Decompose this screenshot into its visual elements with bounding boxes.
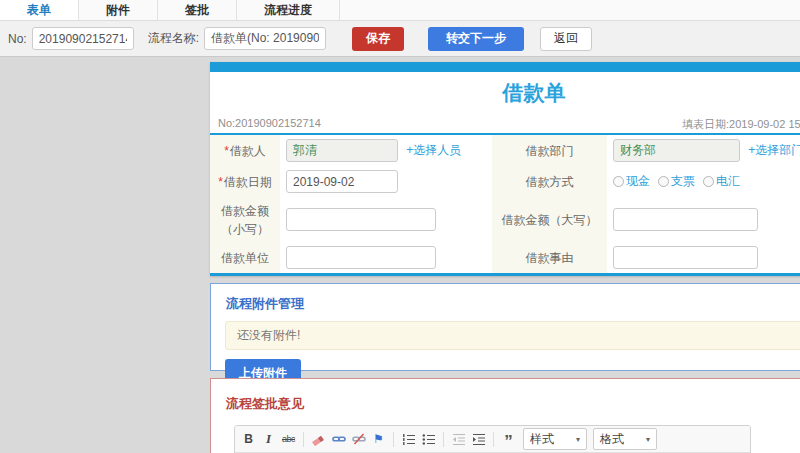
radio-cheque[interactable]: 支票 bbox=[658, 173, 695, 190]
radio-cash-label: 现金 bbox=[626, 173, 650, 190]
back-button[interactable]: 返回 bbox=[540, 27, 592, 51]
table-row: 借款单位 借款事由 bbox=[210, 242, 800, 273]
anchor-flag-icon[interactable]: ⚑ bbox=[370, 429, 387, 449]
attachments-panel: 流程附件管理 还没有附件! 上传附件 bbox=[210, 283, 800, 371]
radio-wire-label: 电汇 bbox=[716, 173, 740, 190]
select-person-link[interactable]: +选择人员 bbox=[406, 143, 461, 157]
toolbar-separator bbox=[303, 432, 304, 447]
card-bottom-accent-bar bbox=[210, 273, 800, 276]
no-attachments-alert: 还没有附件! bbox=[225, 321, 800, 350]
blockquote-icon[interactable]: ” bbox=[500, 429, 517, 449]
toolbar-separator bbox=[493, 432, 494, 447]
radio-icon[interactable] bbox=[703, 176, 714, 187]
form-no-text: No:20190902152714 bbox=[218, 117, 321, 129]
reason-field-cell bbox=[607, 242, 800, 273]
reason-label-cell: 借款事由 bbox=[492, 242, 607, 273]
department-label-cell: 借款部门 bbox=[492, 135, 607, 166]
outdent-icon[interactable] bbox=[450, 429, 467, 449]
table-row: *借款人 +选择人员 借款部门 +选择部门 bbox=[210, 135, 800, 166]
table-row: 借款金额（小写） 借款金额（大写） bbox=[210, 197, 800, 242]
unit-input[interactable] bbox=[286, 246, 436, 269]
borrower-input[interactable] bbox=[286, 139, 398, 162]
approval-panel-title: 流程签批意见 bbox=[211, 379, 800, 425]
editor-toolbar: B I abc ⚑ bbox=[235, 426, 750, 453]
method-field-cell: 现金 支票 电汇 bbox=[607, 166, 800, 197]
radio-cheque-label: 支票 bbox=[671, 173, 695, 190]
department-label: 借款部门 bbox=[526, 144, 574, 158]
radio-cash[interactable]: 现金 bbox=[613, 173, 650, 190]
select-department-link[interactable]: +选择部门 bbox=[748, 143, 800, 157]
approval-panel: 流程签批意见 B I abc ⚑ bbox=[210, 378, 800, 453]
amount-upper-input[interactable] bbox=[613, 208, 758, 231]
rich-text-editor: B I abc ⚑ bbox=[234, 425, 751, 453]
loan-method-radio-group: 现金 支票 电汇 bbox=[613, 173, 800, 190]
page: 表单 附件 签批 流程进度 No: 流程名称: 保存 转交下一步 返回 借款单 … bbox=[0, 0, 800, 453]
main-content: 借款单 No:20190902152714 填表日期:2019-09-02 15… bbox=[210, 62, 800, 453]
tab-attachment[interactable]: 附件 bbox=[79, 0, 158, 20]
toolbar-separator bbox=[443, 432, 444, 447]
toolbar-separator bbox=[393, 432, 394, 447]
loan-date-label-cell: *借款日期 bbox=[210, 166, 280, 197]
style-dropdown-label: 样式 bbox=[530, 431, 554, 448]
ordered-list-icon[interactable] bbox=[400, 429, 417, 449]
italic-icon[interactable]: I bbox=[260, 429, 277, 449]
amount-lower-label-cell: 借款金额（小写） bbox=[210, 197, 280, 242]
format-dropdown-label: 格式 bbox=[600, 431, 624, 448]
amount-upper-field-cell bbox=[607, 197, 800, 242]
no-input[interactable] bbox=[32, 27, 134, 50]
strikethrough-icon[interactable]: abc bbox=[280, 429, 297, 449]
loan-date-label: 借款日期 bbox=[224, 175, 272, 189]
borrower-label: 借款人 bbox=[230, 144, 266, 158]
borrower-field-cell: +选择人员 bbox=[280, 135, 492, 166]
amount-upper-label-cell: 借款金额（大写） bbox=[492, 197, 607, 242]
reason-label: 借款事由 bbox=[526, 251, 574, 265]
remove-format-icon[interactable] bbox=[310, 429, 327, 449]
form-info-row: No:20190902152714 填表日期:2019-09-02 15:27:… bbox=[210, 111, 800, 135]
loan-form-card: 借款单 No:20190902152714 填表日期:2019-09-02 15… bbox=[210, 62, 800, 276]
table-row: *借款日期 借款方式 现金 bbox=[210, 166, 800, 197]
amount-lower-input[interactable] bbox=[286, 208, 436, 231]
style-dropdown[interactable]: 样式 ▾ bbox=[523, 428, 587, 450]
chevron-down-icon: ▾ bbox=[646, 435, 650, 444]
borrower-label-cell: *借款人 bbox=[210, 135, 280, 166]
attachments-panel-title: 流程附件管理 bbox=[211, 284, 800, 321]
amount-lower-label: 借款金额（小写） bbox=[221, 204, 269, 236]
tab-approval[interactable]: 签批 bbox=[158, 0, 237, 20]
indent-icon[interactable] bbox=[470, 429, 487, 449]
amount-upper-label: 借款金额（大写） bbox=[502, 213, 598, 227]
no-label: No: bbox=[8, 32, 27, 46]
tab-process-progress[interactable]: 流程进度 bbox=[237, 0, 340, 20]
forward-next-step-button[interactable]: 转交下一步 bbox=[428, 27, 524, 51]
format-dropdown[interactable]: 格式 ▾ bbox=[593, 428, 657, 450]
chevron-down-icon: ▾ bbox=[576, 435, 580, 444]
radio-wire[interactable]: 电汇 bbox=[703, 173, 740, 190]
tab-form[interactable]: 表单 bbox=[0, 0, 79, 20]
radio-icon[interactable] bbox=[613, 176, 624, 187]
method-label: 借款方式 bbox=[526, 175, 574, 189]
process-name-input[interactable] bbox=[204, 27, 326, 50]
loan-date-input[interactable] bbox=[286, 170, 398, 193]
unit-field-cell bbox=[280, 242, 492, 273]
card-accent-bar bbox=[210, 62, 800, 72]
unit-label-cell: 借款单位 bbox=[210, 242, 280, 273]
reason-input[interactable] bbox=[613, 246, 758, 269]
required-asterisk: * bbox=[224, 144, 229, 158]
department-input[interactable] bbox=[613, 139, 740, 162]
unlink-icon[interactable] bbox=[350, 429, 367, 449]
bold-icon[interactable]: B bbox=[240, 429, 257, 449]
save-button[interactable]: 保存 bbox=[352, 27, 404, 51]
process-name-label: 流程名称: bbox=[148, 30, 199, 47]
action-toolbar: No: 流程名称: 保存 转交下一步 返回 bbox=[0, 21, 800, 57]
unit-label: 借款单位 bbox=[221, 251, 269, 265]
loan-form-table: *借款人 +选择人员 借款部门 +选择部门 bbox=[210, 135, 800, 273]
radio-icon[interactable] bbox=[658, 176, 669, 187]
amount-lower-field-cell bbox=[280, 197, 492, 242]
link-icon[interactable] bbox=[330, 429, 347, 449]
required-asterisk: * bbox=[218, 175, 223, 189]
bullet-list-icon[interactable] bbox=[420, 429, 437, 449]
form-title: 借款单 bbox=[210, 72, 800, 111]
tab-bar: 表单 附件 签批 流程进度 bbox=[0, 0, 800, 21]
department-field-cell: +选择部门 bbox=[607, 135, 800, 166]
loan-date-field-cell bbox=[280, 166, 492, 197]
form-fill-date-text: 填表日期:2019-09-02 15:27:1 bbox=[682, 117, 800, 132]
